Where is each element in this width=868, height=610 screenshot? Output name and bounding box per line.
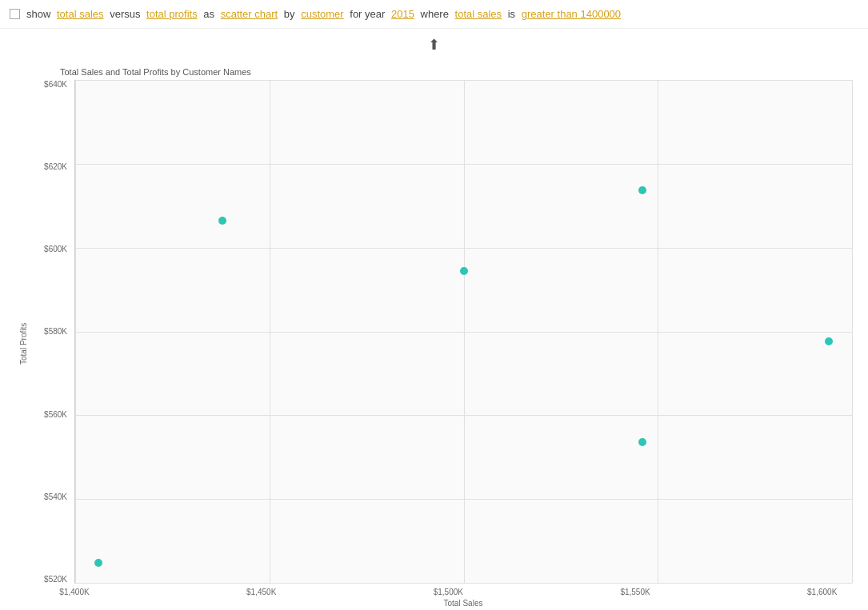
- x-axis-ticks: $1,400K $1,450K $1,500K $1,550K $1,600K: [74, 588, 852, 596]
- x-tick-0: $1,400K: [59, 588, 89, 596]
- y-tick-5: $540K: [30, 492, 70, 501]
- query-year: 2015: [391, 8, 414, 20]
- query-dimension: customer: [301, 8, 343, 20]
- query-bar: show total sales versus total profits as…: [0, 0, 868, 29]
- grid-v-3: [658, 80, 658, 583]
- chart-inner: $640K $620K $600K $580K $560K $540K $520…: [30, 80, 852, 608]
- query-where: where: [421, 8, 449, 20]
- query-by: by: [284, 8, 295, 20]
- grid-v-4: [852, 80, 853, 583]
- mouse-cursor: ⬆: [428, 36, 440, 54]
- y-tick-6: $520K: [30, 575, 70, 584]
- x-axis-label: Total Sales: [74, 599, 852, 608]
- x-tick-3: $1,550K: [620, 588, 650, 596]
- query-chart-type: scatter chart: [221, 8, 278, 20]
- query-show: show: [26, 8, 50, 20]
- data-point-1: [218, 217, 226, 225]
- grid-h-6: [75, 583, 852, 584]
- y-tick-3: $580K: [30, 327, 70, 336]
- data-point-2: [460, 267, 468, 275]
- query-is: is: [508, 8, 515, 20]
- query-filter-value: greater than 1400000: [522, 8, 621, 20]
- y-tick-0: $640K: [30, 80, 70, 89]
- chart-wrapper: Total Profits $640K $620K $600K $580K $5…: [16, 80, 852, 608]
- query-total-sales: total sales: [57, 8, 104, 20]
- data-point-0: [94, 559, 102, 567]
- query-total-profits: total profits: [146, 8, 198, 20]
- y-axis-ticks: $640K $620K $600K $580K $560K $540K $520…: [30, 80, 70, 584]
- query-filter-measure: total sales: [455, 8, 502, 20]
- grid-v-1: [270, 80, 270, 583]
- query-as: as: [203, 8, 214, 20]
- grid-v-0: [75, 80, 76, 583]
- x-tick-1: $1,450K: [246, 588, 276, 596]
- data-point-5: [825, 337, 833, 345]
- query-versus: versus: [110, 8, 140, 20]
- chart-area: Total Profits $640K $620K $600K $580K $5…: [16, 80, 852, 608]
- y-axis-label: Total Profits: [16, 80, 30, 608]
- query-checkbox[interactable]: [10, 9, 20, 19]
- data-point-3: [638, 186, 646, 194]
- x-tick-4: $1,600K: [807, 588, 837, 596]
- y-tick-4: $560K: [30, 410, 70, 419]
- query-for-year: for year: [350, 8, 385, 20]
- grid-v-2: [464, 80, 465, 583]
- plot-area: [74, 80, 852, 584]
- x-tick-2: $1,500K: [434, 588, 463, 596]
- y-tick-2: $600K: [30, 245, 70, 253]
- chart-title: Total Sales and Total Profits by Custome…: [60, 67, 852, 77]
- y-tick-1: $620K: [30, 162, 70, 171]
- chart-container: Total Sales and Total Profits by Custome…: [0, 67, 868, 608]
- data-point-4: [638, 438, 646, 446]
- cursor-area: ⬆: [0, 29, 868, 61]
